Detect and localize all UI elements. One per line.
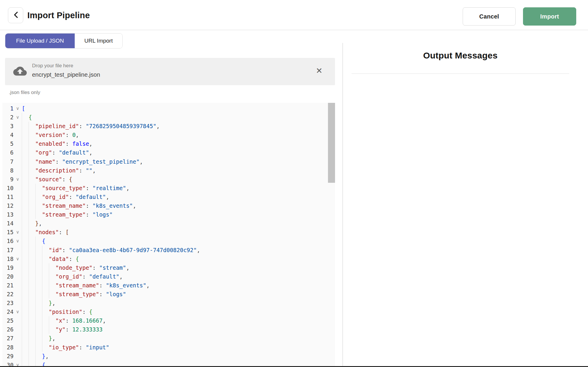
code-line[interactable]: 21"stream_name": "k8s_events", [2,281,335,290]
editor-scrollbar-thumb[interactable] [328,103,335,183]
code-line[interactable]: 29}, [2,352,335,361]
indent-guide [42,334,49,343]
indent-guide [35,246,42,254]
import-button[interactable]: Import [523,7,576,26]
close-icon: ✕ [316,66,323,76]
tab-file-upload-json[interactable]: File Upload / JSON [5,33,75,48]
indent-guide [22,201,29,210]
indent-guide [22,272,29,281]
header: Import Pipeline Cancel Import [0,0,588,30]
tab-url-import[interactable]: URL Import [75,33,122,48]
code-line[interactable]: 3"pipeline_id": "7268259504859397845", [2,122,335,130]
indent-guide [22,334,29,343]
indent-guide [22,122,29,130]
code-line[interactable]: 15∨"nodes": [ [2,228,335,237]
indent-guide [42,263,49,272]
fold-chevron-icon[interactable]: ∨ [14,175,22,184]
indent-guide [29,343,35,352]
indent-guide [22,219,29,228]
code-text: }, [22,352,335,361]
code-line[interactable]: 8"description": "", [2,166,335,175]
indent-guide [42,325,49,334]
dropzone-label: Drop your file here [32,63,73,69]
line-number: 16 [2,237,14,245]
code-line[interactable]: 25"x": 168.16667, [2,316,335,325]
code-line[interactable]: 13"stream_type": "logs" [2,210,335,219]
fold-spacer [14,201,22,210]
indent-guide [29,184,35,192]
code-line[interactable]: 9∨"source": { [2,175,335,184]
indent-guide [49,263,56,272]
line-number: 11 [2,192,14,201]
indent-guide [49,290,56,299]
code-text: "description": "", [22,166,335,175]
code-text: }, [22,334,335,343]
line-number: 26 [2,325,14,334]
code-text: "stream_name": "k8s_events", [22,201,335,210]
code-line[interactable]: 10"source_type": "realtime", [2,184,335,192]
indent-guide [29,139,35,148]
code-line[interactable]: 24∨"position": { [2,307,335,316]
indent-guide [35,299,42,307]
line-number: 27 [2,334,14,343]
line-number: 5 [2,139,14,148]
code-line[interactable]: 17"id": "ca0aa3ea-ee8b-4b67-9d97-747d008… [2,246,335,254]
indent-guide [35,263,42,272]
code-line[interactable]: 20"org_id": "default", [2,272,335,281]
file-dropzone[interactable]: Drop your file here encrypt_test_pipelin… [5,58,335,85]
line-number: 3 [2,122,14,130]
back-button[interactable] [8,7,23,23]
code-line[interactable]: 28"io_type": "input" [2,343,335,352]
indent-guide [35,272,42,281]
code-line[interactable]: 1∨[ [2,104,335,113]
code-line[interactable]: 7"name": "encrypt_test_pipeline", [2,157,335,166]
fold-spacer [14,246,22,254]
line-number: 28 [2,343,14,352]
code-line[interactable]: 14}, [2,219,335,228]
indent-guide [22,130,29,139]
code-text: "io_type": "input" [22,343,335,352]
indent-guide [35,281,42,290]
code-line[interactable]: 12"stream_name": "k8s_events", [2,201,335,210]
line-number: 20 [2,272,14,281]
code-line[interactable]: 2∨{ [2,113,335,122]
indent-guide [29,237,35,245]
code-line[interactable]: 18∨"data": { [2,254,335,263]
indent-guide [29,192,35,201]
code-line[interactable]: 16∨{ [2,237,335,245]
cancel-button[interactable]: Cancel [463,7,516,26]
fold-spacer [14,184,22,192]
json-code-editor[interactable]: 1∨[2∨{3"pipeline_id": "72682595048593978… [2,103,335,366]
code-line[interactable]: 4"version": 0, [2,130,335,139]
code-text: }, [22,299,335,307]
code-line[interactable]: 30∨{ [2,361,335,366]
remove-file-button[interactable]: ✕ [313,65,325,77]
fold-chevron-icon[interactable]: ∨ [14,113,22,122]
code-line[interactable]: 11"org_id": "default", [2,192,335,201]
code-line[interactable]: 27}, [2,334,335,343]
code-line[interactable]: 19"node_type": "stream", [2,263,335,272]
code-text: "org_id": "default", [22,272,335,281]
fold-chevron-icon[interactable]: ∨ [14,104,22,113]
code-text: "stream_name": "k8s_events", [22,281,335,290]
code-line[interactable]: 5"enabled": false, [2,139,335,148]
fold-spacer [14,325,22,334]
code-text: "org": "default", [22,148,335,157]
code-line[interactable]: 6"org": "default", [2,148,335,157]
indent-guide [35,343,42,352]
fold-chevron-icon[interactable]: ∨ [14,228,22,237]
code-line[interactable]: 22"stream_type": "logs" [2,290,335,299]
code-line[interactable]: 26"y": 12.333333 [2,325,335,334]
file-type-hint: .json files only [9,90,40,95]
import-mode-tabs: File Upload / JSON URL Import [5,33,123,48]
indent-guide [49,325,56,334]
fold-chevron-icon[interactable]: ∨ [14,254,22,263]
fold-chevron-icon[interactable]: ∨ [14,361,22,366]
indent-guide [22,263,29,272]
code-text: "nodes": [ [22,228,335,237]
line-number: 15 [2,228,14,237]
indent-guide [29,210,35,219]
fold-chevron-icon[interactable]: ∨ [14,237,22,245]
code-line[interactable]: 23}, [2,299,335,307]
fold-chevron-icon[interactable]: ∨ [14,307,22,316]
